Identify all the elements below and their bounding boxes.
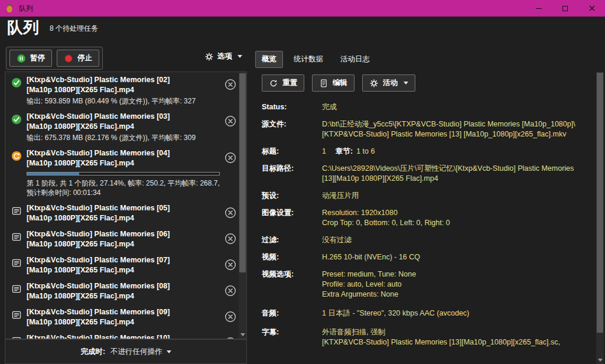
queued-icon bbox=[11, 336, 22, 339]
queue-item-title: [Ktxp&Vcb-Studio] Plastic Memories [10] … bbox=[27, 333, 220, 339]
detail-tabs: 概览 统计数据 活动日志 bbox=[255, 51, 376, 68]
options-button[interactable]: 选项 bbox=[204, 51, 242, 61]
stop-button[interactable]: 停止 bbox=[57, 50, 99, 67]
overview-row-label: 过滤: bbox=[262, 235, 322, 245]
overview-row: Status:完成 bbox=[262, 102, 588, 112]
when-done-label: 完成时: bbox=[80, 347, 105, 357]
queue-scrollbar-thumb[interactable] bbox=[239, 73, 246, 272]
titlebar: 队列 bbox=[0, 0, 605, 17]
overview-row-value: 外语音频扫描, 强制[KTXP&VCB-Studio] Plastic Memo… bbox=[322, 327, 588, 347]
overview-row: 图像设置:Resolution: 1920x1080Crop Top: 0, B… bbox=[262, 208, 588, 228]
remove-item-button[interactable] bbox=[225, 115, 236, 127]
activity-button-label: 活动 bbox=[383, 78, 398, 88]
minimize-button[interactable] bbox=[525, 0, 552, 17]
queue-item-title: [Ktxp&Vcb-Studio] Plastic Memories [04] … bbox=[27, 148, 220, 168]
overview-row: 目标路径:C:\Users\28928\Videos\压片\可塑性记忆\[Ktx… bbox=[262, 164, 588, 184]
remove-item-button[interactable] bbox=[225, 152, 236, 164]
overview-row-label: 目标路径: bbox=[262, 164, 322, 184]
reset-button-label: 重置 bbox=[282, 78, 297, 88]
queue-item-status-text: 第 1 阶段, 共 1 个阶段, 27.14%, 帧率: 250.2, 平均帧率… bbox=[27, 178, 220, 197]
chevron-down-icon bbox=[167, 350, 171, 353]
inline-value: 1 to 6 bbox=[356, 147, 375, 155]
queue-scrollbar[interactable] bbox=[239, 72, 246, 339]
overview-row-value: H.265 10-bit (NVEnc) - 16 CQ bbox=[322, 252, 588, 262]
overview-row: 字幕:外语音频扫描, 强制[KTXP&VCB-Studio] Plastic M… bbox=[262, 327, 588, 347]
progress-bar bbox=[27, 172, 220, 176]
tab-statistics[interactable]: 统计数据 bbox=[287, 51, 330, 68]
overview-row-value: 1章节:1 to 6 bbox=[322, 147, 588, 157]
queue-footer: 完成时: 不进行任何操作 bbox=[5, 339, 247, 364]
overview-rows: Status:完成源文件:D:\bt\正经动漫_y5cc5\[KTXP&VCB-… bbox=[262, 102, 588, 347]
overview-row: 预设:动漫压片用 bbox=[262, 191, 588, 201]
value-line: Preset: medium, Tune: None bbox=[322, 269, 588, 280]
activity-button[interactable]: 活动 bbox=[362, 74, 415, 92]
queue-list: [Ktxp&Vcb-Studio] Plastic Memories [02] … bbox=[5, 72, 239, 339]
maximize-button[interactable] bbox=[552, 0, 578, 17]
value-line: 完成 bbox=[322, 102, 588, 112]
close-icon bbox=[588, 4, 596, 12]
queue-item[interactable]: [Ktxp&Vcb-Studio] Plastic Memories [10] … bbox=[5, 330, 239, 339]
page-title: 队列 bbox=[7, 19, 39, 37]
queue-item[interactable]: [Ktxp&Vcb-Studio] Plastic Memories [07] … bbox=[5, 252, 239, 278]
pause-button[interactable]: 暂停 bbox=[9, 50, 52, 67]
tab-overview[interactable]: 概览 bbox=[255, 51, 283, 68]
remove-item-button[interactable] bbox=[225, 285, 236, 297]
queue-item[interactable]: [Ktxp&Vcb-Studio] Plastic Memories [08] … bbox=[5, 278, 239, 304]
overview-row-value: C:\Users\28928\Videos\压片\可塑性记忆\[Ktxp&Vcb… bbox=[322, 164, 588, 184]
queue-panel: [Ktxp&Vcb-Studio] Plastic Memories [02] … bbox=[5, 72, 247, 339]
pause-icon bbox=[17, 54, 26, 63]
queue-item-status-text: 输出: 593.859 MB (80.449 % (源文件)), 平均帧率: 3… bbox=[27, 96, 220, 106]
gear-icon bbox=[369, 79, 379, 88]
remove-item-button[interactable] bbox=[225, 207, 236, 219]
edit-button-label: 编辑 bbox=[333, 78, 347, 88]
overview-row-label: Status: bbox=[262, 102, 322, 112]
gear-icon bbox=[204, 52, 214, 61]
overview-row-label: 源文件: bbox=[262, 119, 322, 139]
value-line: H.265 10-bit (NVEnc) - 16 CQ bbox=[322, 252, 588, 262]
overview-row: 视频:H.265 10-bit (NVEnc) - 16 CQ bbox=[262, 252, 588, 262]
reset-button[interactable]: 重置 bbox=[262, 74, 304, 92]
overview-row-label: 字幕: bbox=[262, 327, 322, 347]
queue-item[interactable]: [Ktxp&Vcb-Studio] Plastic Memories [06] … bbox=[5, 226, 239, 252]
queue-item-title: [Ktxp&Vcb-Studio] Plastic Memories [06] … bbox=[27, 229, 220, 249]
progress-bar-fill bbox=[27, 173, 79, 175]
overview-panel: 重置 编辑 活动 Status:完成源文件:D:\bt\正经动漫_y5cc5\[… bbox=[253, 72, 596, 364]
queue-item[interactable]: [Ktxp&Vcb-Studio] Plastic Memories [09] … bbox=[5, 304, 239, 330]
when-done-dropdown[interactable]: 不进行任何操作 bbox=[110, 347, 171, 357]
queue-item[interactable]: [Ktxp&Vcb-Studio] Plastic Memories [02] … bbox=[5, 72, 239, 109]
detail-scrollbar-thumb[interactable] bbox=[597, 73, 603, 333]
overview-row-label: 标题: bbox=[262, 147, 322, 157]
edit-button[interactable]: 编辑 bbox=[312, 74, 354, 92]
value-line: C:\Users\28928\Videos\压片\可塑性记忆\[Ktxp&Vcb… bbox=[322, 164, 588, 184]
pause-button-label: 暂停 bbox=[30, 53, 45, 63]
close-button[interactable] bbox=[578, 0, 605, 17]
overview-row: 过滤:没有过滤 bbox=[262, 235, 588, 245]
queue-item-title: [Ktxp&Vcb-Studio] Plastic Memories [03] … bbox=[27, 112, 220, 132]
value-line: Extra Arguments: None bbox=[322, 290, 588, 300]
overview-row-label: 视频选项: bbox=[262, 269, 322, 300]
value-line: 动漫压片用 bbox=[322, 191, 588, 201]
remove-item-button[interactable] bbox=[225, 233, 236, 245]
remove-item-button[interactable] bbox=[225, 311, 236, 323]
pending-tasks-count: 8 个待处理任务 bbox=[50, 24, 98, 37]
tab-activity-log[interactable]: 活动日志 bbox=[334, 51, 376, 68]
queue-item[interactable]: [Ktxp&Vcb-Studio] Plastic Memories [03] … bbox=[5, 109, 239, 145]
chevron-down-icon bbox=[238, 55, 242, 58]
maximize-icon bbox=[562, 6, 568, 11]
remove-item-button[interactable] bbox=[225, 259, 236, 271]
refresh-icon bbox=[269, 79, 278, 88]
document-icon bbox=[319, 79, 328, 88]
scroll-down-icon[interactable] bbox=[239, 333, 246, 336]
overview-row-value: 动漫压片用 bbox=[322, 191, 588, 201]
detail-scrollbar[interactable] bbox=[596, 72, 604, 364]
remove-item-button[interactable] bbox=[225, 79, 236, 90]
scroll-down-icon[interactable] bbox=[596, 359, 604, 362]
minimize-icon bbox=[536, 8, 542, 9]
remove-item-button[interactable] bbox=[225, 337, 236, 339]
overview-row-value: Resolution: 1920x1080Crop Top: 0, Bottom… bbox=[322, 208, 588, 228]
overview-row-value: 完成 bbox=[322, 102, 588, 112]
overview-row-label: 图像设置: bbox=[262, 208, 322, 228]
queue-item[interactable]: [Ktxp&Vcb-Studio] Plastic Memories [04] … bbox=[5, 145, 239, 200]
queue-item[interactable]: [Ktxp&Vcb-Studio] Plastic Memories [05] … bbox=[5, 200, 239, 226]
value-line: Profile: auto, Level: auto bbox=[322, 280, 588, 290]
